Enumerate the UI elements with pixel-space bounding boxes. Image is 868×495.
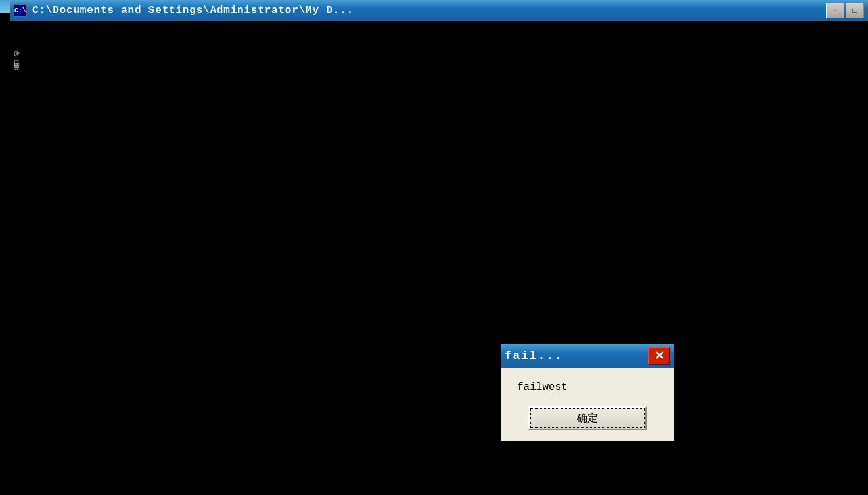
cmd-minimize-button[interactable]: − xyxy=(826,3,844,18)
dialog-titlebar: fail... ✕ xyxy=(501,344,674,368)
cmd-maximize-button[interactable]: □ xyxy=(846,3,864,18)
dialog-overlay: fail... ✕ failwest 确定 xyxy=(499,343,675,495)
dialog-ok-button[interactable]: 确定 xyxy=(528,406,647,430)
dialog-body: failwest 确定 xyxy=(501,368,674,441)
cmd-window: C:\ C:\Documents and Settings\Administra… xyxy=(10,0,868,495)
sidebar-item-2[interactable]: ノ xyxy=(11,47,21,54)
dialog-message: failwest xyxy=(512,381,663,393)
dialog-box: fail... ✕ failwest 确定 xyxy=(499,343,675,442)
dialog-title: fail... xyxy=(505,349,644,362)
cmd-icon: C:\ xyxy=(14,4,27,17)
close-icon: ✕ xyxy=(654,350,664,362)
sidebar: 件 ノ 目 清 算 xyxy=(10,42,22,495)
dialog-close-button[interactable]: ✕ xyxy=(648,347,670,365)
cmd-titlebar: C:\ C:\Documents and Settings\Administra… xyxy=(10,0,868,21)
cmd-terminal-body: 件 ノ 目 清 算 fail... ✕ failwest 确定 xyxy=(10,21,868,495)
cmd-window-controls: − □ xyxy=(826,3,864,18)
cmd-window-title: C:\Documents and Settings\Administrator\… xyxy=(32,5,821,16)
